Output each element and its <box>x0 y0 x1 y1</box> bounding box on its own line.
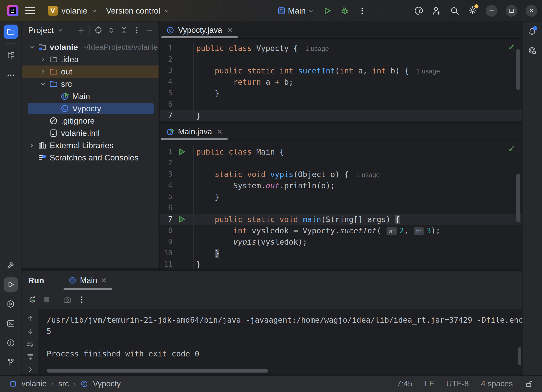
snapshot-icon[interactable] <box>63 295 72 304</box>
code-line-6[interactable]: 6 <box>160 202 522 214</box>
soft-wrap-icon[interactable] <box>26 340 34 348</box>
arrow-down-icon[interactable] <box>26 327 34 335</box>
usage-hint[interactable]: 1 usage <box>416 67 440 75</box>
stop-icon[interactable] <box>43 295 51 304</box>
console-vscrollbar[interactable] <box>518 347 521 365</box>
sidebar-item-structure[interactable] <box>0 46 22 66</box>
tree-chevron-right[interactable] <box>40 67 49 76</box>
tree-chevron-right[interactable] <box>29 141 38 150</box>
inspection-ok-icon[interactable]: ✓ <box>508 42 516 52</box>
code-line-3[interactable]: 3 static void vypis(Object o) {1 usage <box>160 169 522 180</box>
editor-scrollbar[interactable] <box>516 49 520 90</box>
tab-vypocty-java[interactable]: C Vypocty.java ✕ <box>160 22 239 38</box>
code-line-1[interactable]: 1public class Vypocty {1 usage <box>160 42 522 54</box>
main-menu-icon[interactable] <box>25 7 35 14</box>
tree-item-volanie-iml[interactable]: volanie.iml <box>22 127 159 139</box>
sidebar-item-build-hammer[interactable] <box>0 255 22 275</box>
close-tab-icon[interactable]: ✕ <box>217 128 223 136</box>
tree-item-scratches-and-consoles[interactable]: Scratches and Consoles <box>22 151 159 164</box>
sidebar-item-more-tools[interactable] <box>0 66 22 85</box>
indent-setting[interactable]: 4 spaces <box>481 379 513 388</box>
run-line-icon[interactable] <box>178 147 186 156</box>
scroll-to-end-icon[interactable] <box>26 353 34 361</box>
code-line-4[interactable]: 4 return a + b; <box>160 76 522 88</box>
code-with-me-icon[interactable] <box>432 6 442 16</box>
code-line-5[interactable]: 5 } <box>160 191 522 202</box>
console-hscrollbar[interactable] <box>47 369 268 373</box>
expand-all-icon[interactable] <box>107 26 116 35</box>
panel-options-icon[interactable] <box>132 26 141 35</box>
sidebar-item-terminal[interactable] <box>0 314 22 333</box>
maximize-button[interactable] <box>506 5 517 17</box>
more-actions-icon[interactable] <box>358 6 367 15</box>
tree-item-volanie[interactable]: volanie~/IdeaProjects/volanie <box>22 41 159 53</box>
code-line-2[interactable]: 2 <box>160 157 522 169</box>
project-widget[interactable]: V volanie <box>48 5 98 17</box>
expand-console-icon[interactable] <box>26 366 34 374</box>
code-line-7[interactable]: 7} <box>160 110 522 121</box>
tree-item-out[interactable]: out <box>22 66 159 78</box>
tree-item-vypocty[interactable]: CVypocty <box>22 102 159 115</box>
run-button[interactable] <box>323 6 332 15</box>
code-line-7[interactable]: 7 public static void main(String[] args)… <box>160 214 522 225</box>
code-line-10[interactable]: 10 } <box>160 247 522 259</box>
console-output[interactable]: /usr/lib/jvm/temurin-21-jdk-amd64/bin/ja… <box>38 309 522 374</box>
close-tab-icon[interactable]: ✕ <box>101 276 107 285</box>
file-encoding[interactable]: UTF-8 <box>446 379 469 388</box>
usage-hint[interactable]: 1 usage <box>305 45 329 52</box>
tree-chevron-down[interactable] <box>29 42 38 52</box>
vcs-widget[interactable]: Version control <box>106 5 170 17</box>
breadcrumb-item-vypocty[interactable]: Vypocty <box>93 379 121 388</box>
breadcrumb-item-volanie[interactable]: volanie <box>22 379 47 388</box>
writable-lock-icon[interactable] <box>525 380 533 388</box>
run-line-icon[interactable] <box>178 215 186 224</box>
ai-assistant-icon[interactable] <box>414 6 424 16</box>
sidebar-item-run-tool[interactable] <box>0 275 22 294</box>
debug-button[interactable] <box>340 6 349 15</box>
add-icon[interactable] <box>77 26 85 35</box>
console-options-icon[interactable] <box>77 295 86 304</box>
editor-scrollbar[interactable] <box>516 174 520 222</box>
select-opened-file-icon[interactable] <box>94 26 103 35</box>
project-panel-title[interactable]: Project <box>28 26 63 35</box>
settings-wrap[interactable] <box>468 5 477 16</box>
sidebar-item-project-tool[interactable] <box>0 22 22 41</box>
run-panel-title[interactable]: Run <box>28 276 44 285</box>
search-everywhere-icon[interactable] <box>450 6 460 16</box>
tree-chevron-down[interactable] <box>40 79 49 89</box>
code-line-11[interactable]: 11} <box>160 259 522 269</box>
sidebar-item-ai-assistant-chat[interactable] <box>523 41 542 61</box>
tree-item-src[interactable]: src <box>22 78 159 90</box>
tree-item--gitignore[interactable]: .gitignore <box>22 115 159 127</box>
collapse-all-icon[interactable] <box>120 26 128 35</box>
code-line-4[interactable]: 4 System.out.println(o); <box>160 180 522 191</box>
code-line-2[interactable]: 2 <box>160 54 522 65</box>
run-config-icon[interactable] <box>277 6 286 15</box>
run-config-name[interactable]: Main <box>288 6 306 16</box>
minimize-button[interactable] <box>486 5 497 17</box>
intellij-logo-icon[interactable]: IJ <box>7 5 18 16</box>
close-button[interactable]: ✕ <box>526 5 537 17</box>
close-tab-icon[interactable]: ✕ <box>227 26 233 35</box>
tab-main-java[interactable]: C Main.java ✕ <box>160 124 229 140</box>
inspection-ok-icon[interactable]: ✓ <box>508 144 516 154</box>
code-line-8[interactable]: 8 int vysledok = Vypocty.sucetInt( a:2, … <box>160 225 522 236</box>
sidebar-item-version-control-tool[interactable] <box>0 353 22 372</box>
code-area[interactable]: 1public class Vypocty {1 usage23 public … <box>160 39 522 121</box>
arrow-up-icon[interactable] <box>26 314 34 323</box>
sidebar-item-notifications[interactable] <box>523 22 542 41</box>
breadcrumb-item-src[interactable]: src <box>58 379 69 388</box>
tree-chevron-right[interactable] <box>40 55 49 64</box>
tree-item--idea[interactable]: .idea <box>22 53 159 66</box>
rerun-icon[interactable] <box>28 295 37 304</box>
tree-item-main[interactable]: CMain <box>22 90 159 102</box>
code-line-1[interactable]: 1public class Main { <box>160 146 522 157</box>
line-ending[interactable]: LF <box>425 379 434 388</box>
chevron-down-icon[interactable] <box>308 7 314 14</box>
tree-item-external-libraries[interactable]: External Libraries <box>22 139 159 151</box>
sidebar-item-services[interactable] <box>0 294 22 314</box>
sidebar-item-problems[interactable] <box>0 333 22 353</box>
hide-panel-icon[interactable] <box>145 26 154 35</box>
caret-position[interactable]: 7:45 <box>397 379 412 388</box>
code-line-6[interactable]: 6 <box>160 99 522 110</box>
